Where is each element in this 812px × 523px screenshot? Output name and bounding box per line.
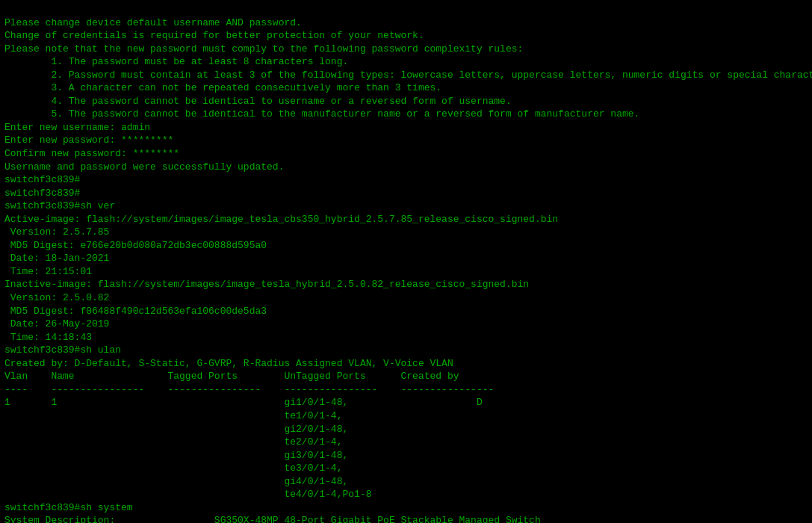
terminal-line: switchf3c839#sh ver (4, 199, 808, 213)
terminal-line: MD5 Digest: f06488f490c12d563efa106c00de… (4, 305, 808, 318)
terminal-line: 4. The password cannot be identical to u… (4, 95, 808, 108)
terminal-line: Time: 14:18:43 (4, 331, 808, 344)
terminal-window[interactable]: Please change device default username AN… (0, 0, 812, 523)
terminal-line: Change of credentials is required for be… (4, 29, 808, 43)
terminal-line: Version: 2.5.7.85 (4, 226, 808, 239)
terminal-line: te1/0/1-4, (4, 409, 808, 423)
terminal-line: 1. The password must be at least 8 chara… (4, 55, 808, 69)
terminal-line: Date: 26-May-2019 (4, 318, 808, 331)
terminal-line: Username and password were successfully … (4, 161, 808, 174)
terminal-line: 1 1 gi1/0/1-48, D (4, 396, 808, 409)
terminal-line: Time: 21:15:01 (4, 265, 808, 279)
terminal-line: te2/0/1-4, (4, 436, 808, 449)
terminal-line: Inactive-image: flash://system/images/im… (4, 278, 808, 291)
terminal-line: 2. Password must contain at least 3 of t… (4, 69, 808, 82)
terminal-line: Created by: D-Default, S-Static, G-GVRP,… (4, 357, 808, 371)
terminal-line: 5. The password cannot be identical to t… (4, 108, 808, 121)
terminal-line: Date: 18-Jan-2021 (4, 252, 808, 265)
terminal-line: switchf3c839# (4, 187, 808, 200)
terminal-line: switchf3c839# (4, 173, 808, 187)
terminal-line: Please note that the new password must c… (4, 43, 808, 56)
terminal-line: Confirm new password: ******** (4, 147, 808, 161)
terminal-line: switchf3c839#sh system (4, 501, 808, 515)
terminal-line: Please change device default username AN… (4, 16, 808, 30)
terminal-line: gi2/0/1-48, (4, 423, 808, 436)
terminal-line: Version: 2.5.0.82 (4, 291, 808, 305)
terminal-line: Enter new username: admin (4, 121, 808, 134)
terminal-line: Active-image: flash://system/images/imag… (4, 213, 808, 226)
terminal-line: Vlan Name Tagged Ports UnTagged Ports Cr… (4, 370, 808, 383)
terminal-line: System Description: SG350X-48MP 48-Port … (4, 514, 808, 523)
terminal-line: ---- ---------------- ---------------- -… (4, 383, 808, 397)
terminal-line: gi4/0/1-48, (4, 475, 808, 489)
terminal-line: Enter new password: ********* (4, 134, 808, 147)
terminal-line: MD5 Digest: e766e20b0d080a72db3ec00888d5… (4, 239, 808, 253)
terminal-line: te3/0/1-4, (4, 462, 808, 475)
terminal-line: 3. A character can not be repeated conse… (4, 81, 808, 95)
terminal-line: te4/0/1-4,Po1-8 (4, 488, 808, 501)
terminal-line: switchf3c839#sh ulan (4, 344, 808, 357)
terminal-line: gi3/0/1-48, (4, 449, 808, 462)
